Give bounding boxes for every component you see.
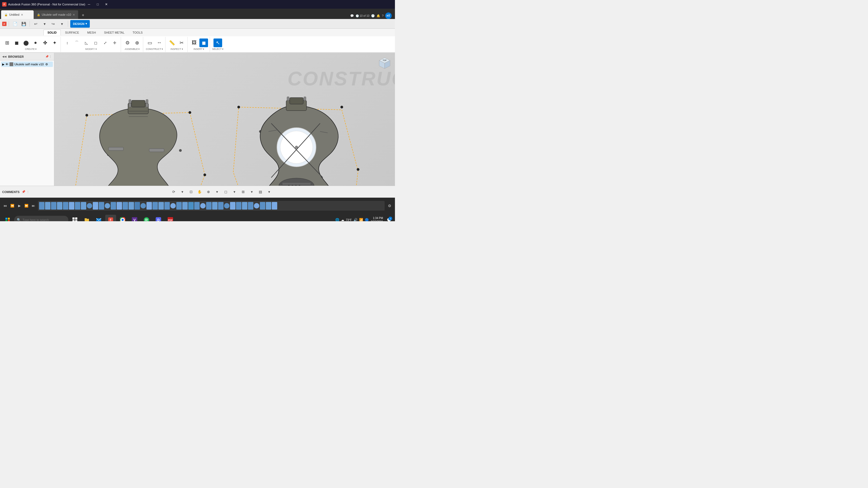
assemble-label[interactable]: ASSEMBLE ▾ <box>125 48 140 51</box>
outlook-button[interactable] <box>93 215 104 221</box>
zoom-button[interactable]: ⊕ <box>205 188 212 196</box>
minimize-button[interactable]: ─ <box>85 1 93 8</box>
display-dropdown[interactable]: ▾ <box>230 188 238 196</box>
timeline-skip-end[interactable]: ⏭ <box>30 203 36 209</box>
fusion360-taskbar-button[interactable]: F <box>105 215 116 221</box>
measure-button[interactable]: 📏 <box>167 38 176 47</box>
bluetooth-icon[interactable]: 🔵 <box>365 218 369 221</box>
box-button[interactable]: ◼ <box>12 38 21 47</box>
browser-back-button[interactable]: ◀◀ <box>2 55 6 58</box>
display-mode-button[interactable]: ◻ <box>222 188 229 196</box>
visual-dropdown[interactable]: ▾ <box>265 188 273 196</box>
fit-button[interactable]: ⊡ <box>187 188 195 196</box>
tl-item-1[interactable] <box>39 202 44 209</box>
start-button[interactable] <box>2 215 13 221</box>
chamfer-button[interactable]: ◺ <box>82 38 91 47</box>
select-label[interactable]: SELECT ▾ <box>212 48 223 51</box>
insert-svg-button[interactable]: ◼ <box>199 38 208 47</box>
browser-item-ukulele[interactable]: ▶ 👁 Ukulele self made v10 ⚙ <box>1 62 53 67</box>
tab-ukulele-close[interactable]: ✕ <box>73 13 75 16</box>
move-button[interactable]: ✛ <box>111 38 119 47</box>
insert-label[interactable]: INSERT ▾ <box>194 48 205 51</box>
design-mode-button[interactable]: DESIGN ▾ <box>70 20 90 28</box>
tl-item-2[interactable] <box>45 202 51 209</box>
tab-sheet-metal[interactable]: SHEET METAL <box>100 30 128 35</box>
tl-item-34[interactable] <box>236 202 241 209</box>
torus-button[interactable]: ✤ <box>41 38 50 47</box>
tl-item-4[interactable] <box>57 202 62 209</box>
inspect-label[interactable]: INSPECT ▾ <box>170 48 183 51</box>
new-tab-button[interactable]: + <box>79 11 87 19</box>
tl-item-35[interactable] <box>242 202 247 209</box>
undo-button[interactable]: ↩ <box>32 20 40 28</box>
save-button[interactable]: 💾 <box>20 20 27 28</box>
tl-item-13[interactable] <box>111 202 116 209</box>
shell-button[interactable]: ◻ <box>91 38 100 47</box>
user-avatar[interactable]: HT <box>385 12 392 19</box>
fillet-button[interactable]: ⌒ <box>72 38 81 47</box>
clock[interactable]: 1:34 PM 8/23/2021 <box>371 216 383 221</box>
tree-visibility-icon[interactable]: 👁 <box>5 63 8 66</box>
tl-item-3[interactable] <box>51 202 56 209</box>
pan-button[interactable]: ✋ <box>196 188 204 196</box>
r-handle-tl[interactable] <box>237 106 240 108</box>
orbit-button[interactable]: ⟳ <box>170 188 177 196</box>
viewport[interactable]: CONSTRUCT * <box>54 53 395 186</box>
r-handle-tr[interactable] <box>340 106 343 108</box>
select-button[interactable]: ↖ <box>214 38 222 47</box>
tl-item-33[interactable] <box>230 202 236 209</box>
tl-item-32[interactable] <box>224 203 229 208</box>
undo-dropdown[interactable]: ▾ <box>41 20 48 28</box>
tl-item-39[interactable] <box>266 202 271 209</box>
tl-item-27[interactable] <box>194 202 199 209</box>
help-button[interactable]: ? <box>382 14 383 18</box>
tl-item-7[interactable] <box>75 202 80 209</box>
tl-item-26[interactable] <box>188 202 194 209</box>
visual-studio-button[interactable]: V <box>129 215 140 221</box>
browser-pin-button[interactable]: 📌 <box>45 55 49 58</box>
section-button[interactable]: ✂ <box>177 38 186 47</box>
tl-item-20[interactable] <box>152 202 158 209</box>
tab-untitled-close[interactable]: ✕ <box>21 13 23 16</box>
modify-label[interactable]: MODIFY ▾ <box>86 48 97 51</box>
zoom-dropdown[interactable]: ▾ <box>213 188 221 196</box>
timeline-settings-button[interactable]: ⚙ <box>386 202 393 209</box>
orbit-dropdown[interactable]: ▾ <box>179 188 186 196</box>
handle-mr[interactable] <box>204 173 206 176</box>
tl-item-5[interactable] <box>63 202 68 209</box>
tl-item-31[interactable] <box>218 202 223 209</box>
tl-item-9[interactable] <box>87 203 92 208</box>
tl-item-30[interactable] <box>212 202 218 209</box>
tl-item-8[interactable] <box>81 202 86 209</box>
close-button[interactable]: ✕ <box>102 1 110 8</box>
item-settings-icon[interactable]: ⚙ <box>45 63 48 66</box>
tl-item-10[interactable] <box>93 202 98 209</box>
tl-item-28[interactable] <box>200 203 206 208</box>
search-input[interactable] <box>23 218 66 221</box>
timeline-next[interactable]: ⏩ <box>23 203 29 209</box>
tab-ukulele[interactable]: 🔒 Ukulele self made v10 ✕ <box>34 10 78 19</box>
new-button[interactable]: 📄 <box>11 20 19 28</box>
volume-icon[interactable]: 🔊 <box>353 218 358 221</box>
scale-button[interactable]: ⤢ <box>101 38 110 47</box>
redo-dropdown[interactable]: ▾ <box>58 20 66 28</box>
visual-style-button[interactable]: ▤ <box>257 188 264 196</box>
tl-item-40[interactable] <box>272 202 277 209</box>
browser-menu-button[interactable]: ⋮ <box>49 55 52 58</box>
r-handle-mr[interactable] <box>357 168 360 171</box>
tl-item-15[interactable] <box>123 202 128 209</box>
timeline-play[interactable]: ▶ <box>16 203 22 209</box>
tl-item-23[interactable] <box>170 203 176 208</box>
tl-item-37[interactable] <box>254 203 259 208</box>
search-bar[interactable]: 🔍 <box>14 216 68 221</box>
speaker-icon[interactable]: 📶 <box>359 218 363 221</box>
foxit-button[interactable]: PDF <box>165 215 176 221</box>
tl-item-29[interactable] <box>206 202 212 209</box>
file-explorer-button[interactable] <box>82 215 92 221</box>
comments-pin-button[interactable]: 📌 <box>22 190 26 194</box>
redo-button[interactable]: ↪ <box>50 20 57 28</box>
construct-label[interactable]: CONSTRUCT ▾ <box>146 48 163 51</box>
online-notification-button[interactable]: 💬 <box>350 14 354 18</box>
tab-untitled[interactable]: 🔒 Untitled ✕ <box>1 10 34 19</box>
tl-item-25[interactable] <box>182 202 188 209</box>
